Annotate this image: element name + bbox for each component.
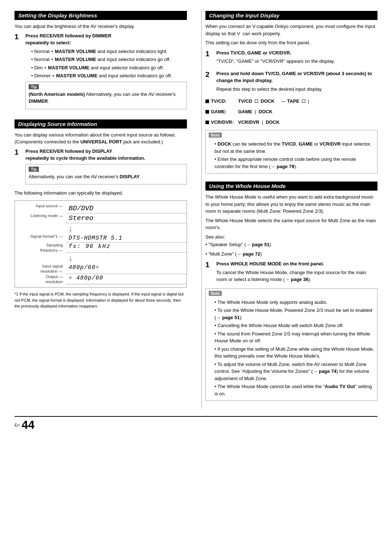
diagram-value-input: BD/DVD — [66, 204, 187, 213]
input-options-game: GAME | DOCK — [238, 109, 377, 114]
diagram-label-input: Input source — — [15, 204, 66, 213]
input-row-tvcd: TV/CD: TV/CD DOCK — TAPE | — [205, 98, 377, 104]
brightness-step1-content: Press RECEIVER followed by DIMMERrepeate… — [25, 32, 187, 111]
whole-house-step1: 1 Press WHOLE HOUSE MODE on the front pa… — [205, 260, 377, 285]
input-options-vcrdvr: VCR/DVR | DOCK — [238, 119, 377, 125]
section-header-input-display: Changing the Input Display — [205, 11, 377, 20]
source-tip: Tip Alternatively, you can use the AV re… — [25, 164, 187, 185]
whole-house-step1-content: Press WHOLE HOUSE MODE on the front pane… — [216, 260, 377, 285]
input-display-note-bullets: DOCK can be selected for the TV/CD, GAME… — [215, 140, 374, 170]
whole-house-note: Note The Whole House Mode only supports … — [205, 288, 377, 401]
footer-page-number: 44 — [21, 418, 34, 432]
diagram-label-signal: Signal format*1 — — [15, 234, 66, 243]
input-label-vcrdvr: VCR/DVR: — [205, 119, 238, 125]
brightness-tip: Tip (North American models) Alternativel… — [25, 82, 187, 109]
tip-text: (North American models) Alternatively, y… — [29, 91, 184, 105]
input-label-game: GAME: — [205, 109, 238, 114]
source-tip-text: Alternatively, you can use the AV receiv… — [29, 173, 184, 180]
circle-icon-1 — [255, 99, 258, 103]
diagram-label-resolution-out: Output —resolution — [15, 274, 66, 285]
section-header-brightness: Setting the Display Brightness — [15, 11, 187, 20]
input-display-step2-num: 2 — [205, 70, 214, 79]
input-display-step1-content: Press TV/CD, GAME or VCR/DVR. "TV/CD", "… — [216, 49, 377, 67]
section-display-brightness: Setting the Display Brightness You can a… — [15, 11, 187, 111]
section-header-source: Displaying Source Information — [15, 119, 187, 129]
whole-house-see-also: See also: — [205, 233, 377, 241]
input-display-intro1: When you connect an V‑capable Onkyo comp… — [205, 23, 377, 37]
page-footer: En 44 — [15, 416, 377, 432]
source-step-num: 1 — [15, 148, 23, 156]
page-layout: Setting the Display Brightness You can a… — [15, 11, 377, 409]
step-num-1: 1 — [15, 32, 23, 41]
brightness-intro: You can adjust the brightness of the AV … — [15, 23, 187, 30]
section-whole-house: Using the Whole House Mode The Whole Hou… — [205, 182, 377, 401]
input-options-tvcd: TV/CD DOCK — TAPE | — [238, 98, 377, 104]
footer-en-label: En — [15, 423, 19, 427]
input-display-step1-num: 1 — [205, 49, 214, 58]
input-display-step2-content: Press and hold down TV/CD, GAME or VCR/D… — [216, 70, 377, 95]
input-display-step2: 2 Press and hold down TV/CD, GAME or VCR… — [205, 70, 377, 95]
note-bullet-1: DOCK can be selected for the TV/CD, GAME… — [215, 140, 374, 155]
section-source-info: Displaying Source Information You can di… — [15, 119, 187, 309]
input-label-tvcd: TV/CD: — [205, 98, 238, 104]
bullet-1: Normal + MASTER VOLUME and input selecto… — [31, 48, 187, 55]
diagram-value-resolution-out: ÷ 480p/60 — [66, 274, 187, 285]
brightness-step1: 1 Press RECEIVER followed by DIMMERrepea… — [15, 32, 187, 111]
input-display-step1: 1 Press TV/CD, GAME or VCR/DVR. "TV/CD",… — [205, 49, 377, 67]
tip-label: Tip — [29, 84, 39, 89]
wh-note-4: The sound from Powered Zone 2/3 may inte… — [215, 330, 374, 345]
circle-icon-2 — [302, 99, 305, 103]
bullet-4: Dimmer + MASTER VOLUME and input selecto… — [31, 72, 187, 80]
arrow-down-1: ↓ — [66, 223, 75, 234]
wh-note-2: To use the Whole House Mode, Powered Zon… — [215, 307, 374, 321]
wh-note-6: To adjust the volume of Multi Zone, swit… — [215, 361, 374, 382]
source-tip-label: Tip — [29, 167, 39, 172]
input-display-intro2: This setting can be done only from the f… — [205, 39, 377, 46]
input-row-game: GAME: GAME | DOCK — [205, 109, 377, 114]
whole-house-intro1: The Whole House Mode is useful when you … — [205, 194, 377, 215]
whole-house-step-num: 1 — [205, 260, 214, 269]
whole-house-intro2: The Whole House Mode selects the same in… — [205, 217, 377, 231]
section-header-whole-house: Using the Whole House Mode — [205, 182, 377, 191]
whole-house-step1-title: Press WHOLE HOUSE MODE on the front pane… — [216, 260, 377, 268]
wh-note-7: The Whole House Mode cannot be used whil… — [215, 383, 374, 397]
diagram-value-signal: DTS-HDMSTR 5.1 — [66, 234, 187, 243]
input-display-step1-title: Press TV/CD, GAME or VCR/DVR. — [216, 49, 377, 57]
diagram-footnote: *1 If the input signal is PCM, the sampl… — [15, 291, 187, 309]
input-display-note: Note DOCK can be selected for the TV/CD,… — [205, 130, 377, 174]
whole-house-step1-detail1: To cancel the Whole House Mode, change t… — [216, 269, 377, 283]
diagram-label-resolution-in: Input signalresolution — — [15, 264, 66, 274]
bullet-3: Dim + MASTER VOLUME and input selector i… — [31, 64, 187, 72]
note-bullet-2: Enter the appropriate remote control cod… — [215, 156, 374, 170]
diagram-value-resolution-in: 480p/60÷ — [66, 264, 187, 274]
section-input-display: Changing the Input Display When you conn… — [205, 11, 377, 174]
note-label-2: Note — [209, 291, 222, 296]
display-diagram: Input source — BD/DVD Listening mode — S… — [15, 200, 187, 288]
whole-house-link2: • "Multi Zone" (→ page 72) — [205, 250, 377, 258]
bullet-2: Normal + MASTER VOLUME and input selecto… — [31, 56, 187, 63]
wh-note-5: If you change the setting of Multi Zone … — [215, 346, 374, 360]
diagram-note: The following information can typically … — [15, 190, 187, 197]
wh-note-3: Cancelling the Whole House Mode will swi… — [215, 322, 374, 329]
diagram-label-mode: Listening mode — — [15, 213, 66, 223]
input-display-step1-detail: "TV/CD", "GAME" or "VCR/DVR" appears on … — [216, 58, 377, 65]
square-icon-game — [205, 110, 209, 114]
right-column: Changing the Input Display When you conn… — [201, 11, 377, 409]
whole-house-note-bullets: The Whole House Mode only supports analo… — [215, 299, 374, 398]
source-step1: 1 Press RECEIVER followed by DISPLAYrepe… — [15, 148, 187, 187]
diagram-value-sampling: fs: 96 kHz — [66, 243, 187, 253]
input-display-step2-title: Press and hold down TV/CD, GAME or VCR/D… — [216, 70, 377, 84]
square-icon-tvcd — [205, 99, 209, 103]
arrow-down-2: ↓ — [66, 253, 75, 264]
square-icon-vcrdvr — [205, 121, 209, 124]
input-options-table: TV/CD: TV/CD DOCK — TAPE | — [205, 98, 377, 125]
diagram-value-mode: Stereo — [66, 213, 187, 223]
brightness-bullets: Normal + MASTER VOLUME and input selecto… — [31, 48, 187, 80]
brightness-step1-title: Press RECEIVER followed by DIMMERrepeate… — [25, 32, 187, 46]
note-label-1: Note — [209, 133, 222, 138]
input-display-step2-detail: Repeat this step to select the desired i… — [216, 86, 377, 93]
wh-note-1: The Whole House Mode only supports analo… — [215, 299, 374, 306]
whole-house-link1: • "Speaker Setup" (→ page 51) — [205, 241, 377, 248]
diagram-label-sampling: Samplingfrequency — — [15, 243, 66, 253]
source-step1-content: Press RECEIVER followed by DISPLAYrepeat… — [25, 148, 187, 187]
